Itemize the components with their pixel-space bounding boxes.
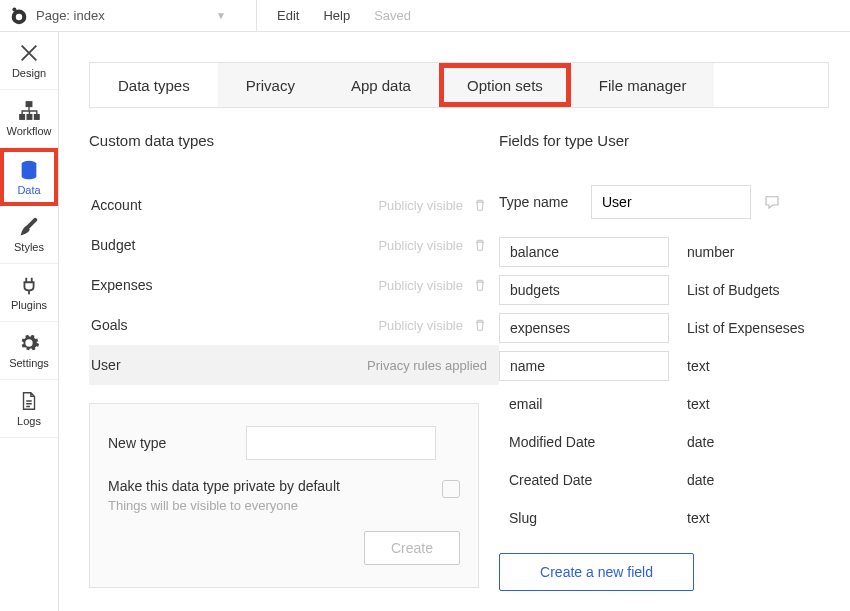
tab-option-sets[interactable]: Option sets [439,63,571,107]
comment-icon[interactable] [763,193,781,211]
type-name: Expenses [91,277,152,293]
tab-label: App data [351,77,411,94]
type-name: User [91,357,121,373]
chevron-down-icon: ▼ [216,10,226,21]
saved-status: Saved [374,8,411,23]
gear-icon [18,332,40,354]
type-name: Goals [91,317,128,333]
main-content: Data types Privacy App data Option sets … [59,32,850,611]
type-name: Budget [91,237,135,253]
bubble-logo-icon [8,5,30,27]
tab-label: File manager [599,77,687,94]
sidebar-item-settings[interactable]: Settings [0,322,58,380]
sidebar-item-label: Design [12,67,46,79]
top-menu: Edit Help Saved [256,0,411,31]
field-name-static: email [499,396,669,412]
sidebar-item-label: Styles [14,241,44,253]
type-name-label: Type name [499,194,579,210]
type-row-user[interactable]: User Privacy rules applied [89,345,499,385]
type-row-expenses[interactable]: Expenses Publicly visible [89,265,499,305]
page-label: Page: index [36,8,105,23]
visibility-label: Publicly visible [378,318,487,333]
svg-rect-4 [20,115,25,120]
visibility-label: Publicly visible [378,198,487,213]
type-name-input[interactable] [591,185,751,219]
field-name-input[interactable]: expenses [499,313,669,343]
sidebar-item-data[interactable]: Data [0,148,58,206]
sidebar-item-label: Logs [17,415,41,427]
visibility-label: Privacy rules applied [367,358,487,373]
document-icon [18,390,40,412]
field-row: email text [499,389,829,419]
visibility-label: Publicly visible [378,238,487,253]
private-checkbox-sub: Things will be visible to everyone [108,498,340,513]
section-heading: Custom data types [89,132,499,149]
sidebar-item-label: Data [17,184,40,196]
field-type: date [687,472,714,488]
trash-icon[interactable] [473,318,487,332]
sidebar-item-logs[interactable]: Logs [0,380,58,438]
edit-menu[interactable]: Edit [277,8,299,23]
field-row: budgets List of Budgets [499,275,829,305]
create-field-button[interactable]: Create a new field [499,553,694,591]
page-selector[interactable]: Page: index ▼ [36,8,236,23]
svg-point-2 [12,7,16,11]
new-type-label: New type [108,435,228,451]
custom-data-types-column: Custom data types Account Publicly visib… [89,108,499,591]
sidebar-item-label: Workflow [6,125,51,137]
tab-privacy[interactable]: Privacy [218,63,323,107]
tab-app-data[interactable]: App data [323,63,439,107]
field-name-input[interactable]: budgets [499,275,669,305]
tab-file-manager[interactable]: File manager [571,63,715,107]
field-type: date [687,434,714,450]
trash-icon[interactable] [473,238,487,252]
tab-label: Privacy [246,77,295,94]
field-row: expenses List of Expenseses [499,313,829,343]
top-bar: Page: index ▼ Edit Help Saved [0,0,850,32]
trash-icon[interactable] [473,198,487,212]
field-name-input[interactable]: name [499,351,669,381]
type-row-goals[interactable]: Goals Publicly visible [89,305,499,345]
field-name-static: Slug [499,510,669,526]
field-type: text [687,358,710,374]
field-type: text [687,396,710,412]
svg-rect-5 [27,115,32,120]
type-name: Account [91,197,142,213]
sidebar-item-label: Settings [9,357,49,369]
sidebar-item-label: Plugins [11,299,47,311]
field-type: List of Budgets [687,282,780,298]
field-type: List of Expenseses [687,320,805,336]
plug-icon [18,274,40,296]
workflow-icon [18,100,40,122]
trash-icon[interactable] [473,278,487,292]
sidebar-item-styles[interactable]: Styles [0,206,58,264]
type-row-budget[interactable]: Budget Publicly visible [89,225,499,265]
field-row: Modified Date date [499,427,829,457]
create-type-button[interactable]: Create [364,531,460,565]
field-type: number [687,244,734,260]
private-checkbox[interactable] [442,480,460,498]
new-type-input[interactable] [246,426,436,460]
field-type: text [687,510,710,526]
field-row: name text [499,351,829,381]
help-menu[interactable]: Help [323,8,350,23]
database-icon [18,159,40,181]
svg-rect-3 [26,102,32,107]
field-row: Slug text [499,503,829,533]
fields-column: Fields for type User Type name balance n… [499,108,829,591]
sidebar-item-plugins[interactable]: Plugins [0,264,58,322]
field-name-static: Created Date [499,472,669,488]
private-checkbox-label: Make this data type private by default [108,478,340,494]
tab-label: Data types [118,77,190,94]
field-name-input[interactable]: balance [499,237,669,267]
type-row-account[interactable]: Account Publicly visible [89,185,499,225]
svg-point-1 [16,13,22,19]
field-row: Created Date date [499,465,829,495]
data-tabs: Data types Privacy App data Option sets … [89,62,829,108]
svg-rect-6 [35,115,40,120]
sidebar-item-design[interactable]: Design [0,32,58,90]
sidebar: Design Workflow Data Styles Plugins Sett… [0,32,59,611]
brush-icon [18,216,40,238]
tab-data-types[interactable]: Data types [90,63,218,107]
sidebar-item-workflow[interactable]: Workflow [0,90,58,148]
